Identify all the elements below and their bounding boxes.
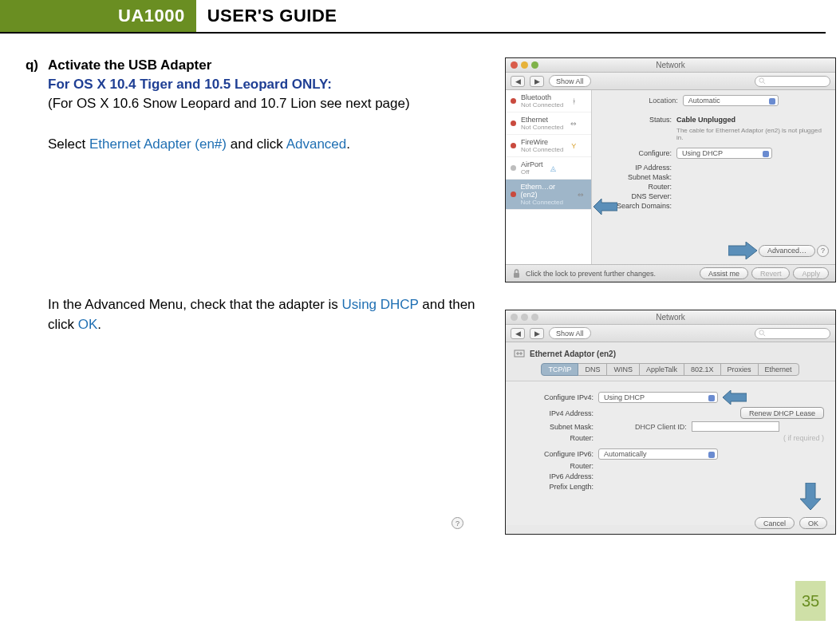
- search-icon: [759, 330, 766, 337]
- sidebar-item-label: AirPortOff: [521, 160, 543, 176]
- screenshot-network-prefs: Network ◀ ▶ Show All BluetoothNot Connec…: [505, 57, 836, 282]
- tab-dns[interactable]: DNS: [578, 363, 607, 376]
- close-traffic-light[interactable]: [511, 61, 518, 69]
- dhcp-client-id-label: DHCP Client ID:: [635, 423, 687, 431]
- tab-appletalk[interactable]: AppleTalk: [639, 363, 684, 376]
- sidebar-item-bluetooth[interactable]: BluetoothNot Connectedᚼ: [506, 90, 591, 113]
- help-button[interactable]: ?: [817, 245, 829, 257]
- svg-marker-12: [800, 483, 821, 510]
- screenshot-advanced-tcpip: Network ◀ ▶ Show All Ethernet Adaptor (e…: [505, 310, 836, 535]
- adapter-name: Ethernet Adaptor (en2): [530, 350, 616, 358]
- svg-marker-2: [728, 242, 757, 259]
- ethernet-icon: [514, 349, 525, 358]
- back-button[interactable]: ◀: [511, 328, 525, 339]
- details-pane: Location: Automatic Status: Cable Unplug…: [592, 90, 835, 282]
- window-titlebar: Network: [506, 310, 835, 325]
- tab-wins[interactable]: WINS: [606, 363, 640, 376]
- configure-ipv6-label: Configure IPv6:: [517, 450, 594, 458]
- status-value: Cable Unplugged: [676, 116, 735, 124]
- sidebar-item-label: FireWireNot Connected: [521, 138, 563, 153]
- arrow-down-callout-icon: [800, 483, 821, 510]
- page-header: UA1000 USER'S GUIDE: [0, 0, 826, 34]
- wifi-icon: ◬: [548, 164, 559, 173]
- ipv4-address-label: IPv4 Address:: [517, 409, 594, 417]
- tab-tcp-ip[interactable]: TCP/IP: [541, 363, 578, 376]
- revert-button[interactable]: Revert: [751, 267, 791, 279]
- configure-ipv4-select[interactable]: Using DHCP: [598, 392, 718, 403]
- router-label: Router:: [517, 434, 594, 442]
- forward-button[interactable]: ▶: [530, 328, 544, 339]
- renew-dhcp-button[interactable]: Renew DHCP Lease: [740, 407, 824, 419]
- adapter-heading: Ethernet Adaptor (en2): [506, 347, 835, 360]
- status-subtext: The cable for Ethernet Adaptor (en2) is …: [676, 127, 827, 141]
- window-title: Network: [506, 61, 835, 69]
- configure-label: Configure:: [600, 149, 672, 157]
- sidebar-item-ethern-or-en2-[interactable]: Ethern…or (en2)Not Connected⇔: [506, 180, 591, 210]
- arrow-callout-icon: [728, 242, 757, 259]
- assist-me-button[interactable]: Assist me: [700, 267, 748, 279]
- svg-line-6: [763, 334, 765, 336]
- tab-bar: TCP/IPDNSWINSAppleTalk802.1XProxiesEther…: [506, 363, 835, 376]
- tab-proxies[interactable]: Proxies: [720, 363, 759, 376]
- search-input[interactable]: [755, 328, 830, 339]
- sidebar-item-airport[interactable]: AirPortOff◬: [506, 157, 591, 180]
- os-restriction: For OS X 10.4 Tiger and 10.5 Leopard ONL…: [48, 77, 494, 93]
- status-label: Status:: [600, 116, 672, 124]
- lock-text: Click the lock to prevent further change…: [526, 270, 656, 278]
- zoom-traffic-light[interactable]: [531, 314, 538, 321]
- ethernet-icon: ⇔: [576, 190, 586, 199]
- field-row: Subnet Mask:: [600, 173, 827, 181]
- forward-button[interactable]: ▶: [530, 76, 544, 87]
- text-fragment: .: [97, 317, 101, 332]
- lock-icon[interactable]: [512, 269, 521, 278]
- arrow-callout-icon: [594, 199, 617, 215]
- alt-os-note: (For OS X 10.6 Snow Leopard and 10.7 Lio…: [48, 96, 494, 112]
- configure-select[interactable]: Using DHCP: [676, 148, 772, 159]
- guide-title: USER'S GUIDE: [196, 0, 337, 32]
- ok-ref: OK: [78, 317, 98, 332]
- sidebar-item-label: Ethern…or (en2)Not Connected: [521, 183, 571, 206]
- sidebar-item-firewire[interactable]: FireWireNot ConnectedY: [506, 135, 591, 157]
- help-button[interactable]: ?: [452, 517, 463, 529]
- text-fragment: .: [346, 136, 350, 152]
- status-bullet-icon: [511, 143, 516, 148]
- sidebar-item-ethernet[interactable]: EthernetNot Connected⇔: [506, 113, 591, 135]
- text-fragment: Select: [48, 136, 89, 152]
- sidebar-item-label: EthernetNot Connected: [521, 116, 563, 131]
- zoom-traffic-light[interactable]: [531, 61, 538, 69]
- instruction-1: Select Ethernet Adapter (en#) and click …: [48, 134, 494, 155]
- interface-sidebar: BluetoothNot ConnectedᚼEthernetNot Conne…: [506, 90, 592, 282]
- svg-marker-4: [594, 199, 617, 215]
- location-select[interactable]: Automatic: [683, 95, 779, 106]
- status-bullet-icon: [511, 192, 516, 197]
- configure-ipv6-select[interactable]: Automatically: [598, 448, 718, 460]
- search-input[interactable]: [755, 76, 830, 87]
- status-bullet-icon: [511, 165, 516, 171]
- tab-ethernet[interactable]: Ethernet: [758, 363, 799, 376]
- svg-point-0: [759, 78, 763, 82]
- show-all-button[interactable]: Show All: [549, 75, 591, 87]
- field-row: DNS Server:: [600, 192, 827, 200]
- status-bullet-icon: [511, 120, 516, 126]
- brand-label: UA1000: [14, 0, 196, 32]
- cancel-button[interactable]: Cancel: [755, 517, 795, 529]
- text-fragment: In the Advanced Menu, check that the ada…: [48, 297, 342, 312]
- minimize-traffic-light[interactable]: [521, 314, 528, 321]
- advanced-button[interactable]: Advanced…: [759, 245, 815, 257]
- tab-802-1x[interactable]: 802.1X: [684, 363, 721, 376]
- sidebar-item-label: BluetoothNot Connected: [521, 93, 563, 109]
- svg-rect-3: [514, 273, 519, 278]
- ethernet-icon: ⇔: [568, 119, 579, 128]
- close-traffic-light[interactable]: [511, 314, 518, 321]
- ok-button[interactable]: OK: [799, 517, 827, 529]
- minimize-traffic-light[interactable]: [521, 61, 528, 69]
- back-button[interactable]: ◀: [511, 76, 525, 87]
- page-number: 35: [795, 581, 826, 621]
- apply-button[interactable]: Apply: [793, 267, 829, 279]
- svg-point-5: [759, 330, 763, 334]
- ethernet-adapter-ref: Ethernet Adapter (en#): [89, 136, 227, 152]
- router6-label: Router:: [517, 462, 594, 470]
- step-title: Activate the USB Adapter: [48, 57, 494, 73]
- dhcp-client-id-input[interactable]: [692, 421, 779, 432]
- show-all-button[interactable]: Show All: [549, 327, 591, 339]
